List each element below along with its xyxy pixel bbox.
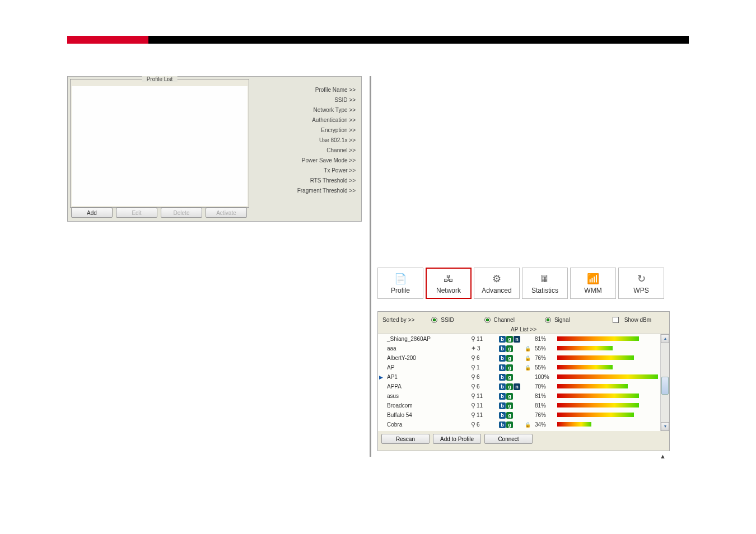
- radio-channel[interactable]: [484, 317, 491, 323]
- ap-ssid: AP1: [387, 374, 471, 380]
- sort-channel-label: Channel: [494, 317, 515, 323]
- signal-bar: [557, 365, 658, 371]
- edit-button[interactable]: Edit: [116, 208, 157, 218]
- ap-signal: 76%: [535, 412, 557, 418]
- top-bar: [67, 36, 689, 44]
- profile-info: Profile Name >> SSID >> Network Type >> …: [254, 87, 359, 198]
- mode-g-icon: g: [506, 402, 513, 409]
- mode-b-icon: b: [499, 393, 506, 400]
- label-rts: RTS Threshold >>: [254, 177, 359, 184]
- tab-wps[interactable]: ↻ WPS: [618, 268, 664, 299]
- scrollbar[interactable]: ▴ ▾: [660, 334, 669, 431]
- ap-row[interactable]: AlbertY-200⚲6bg🔒76%: [378, 353, 669, 363]
- mode-b-icon: b: [499, 355, 506, 362]
- connect-button[interactable]: Connect: [484, 434, 533, 444]
- ap-row[interactable]: AP1⚲6bg100%: [378, 372, 669, 382]
- tabs: 📄 Profile 🖧 Network ⚙ Advanced 🖩 Statist…: [377, 268, 669, 301]
- mode-g-icon: g: [506, 374, 513, 381]
- label-auth: Authentication >>: [254, 117, 359, 123]
- ap-modes: bg: [499, 393, 525, 400]
- mode-g-icon: g: [506, 355, 513, 362]
- tab-label: WMM: [584, 287, 601, 294]
- tab-label: Statistics: [531, 287, 558, 294]
- ap-row[interactable]: Broadcom⚲11bg81%: [378, 401, 669, 410]
- mode-b-icon: b: [499, 402, 506, 409]
- ap-channel: ⚲1: [471, 364, 499, 371]
- ap-ssid: AlbertY-200: [387, 355, 471, 361]
- ap-ssid: asus: [387, 393, 471, 399]
- ap-modes: bg: [499, 412, 525, 419]
- gear-icon: ⚙: [489, 272, 505, 285]
- tab-profile[interactable]: 📄 Profile: [377, 268, 423, 299]
- label-ssid: SSID >>: [254, 97, 359, 103]
- ap-row[interactable]: APPA⚲6bgn70%: [378, 382, 669, 391]
- label-psm: Power Save Mode >>: [254, 157, 359, 163]
- aplist-label: AP List >>: [378, 326, 669, 332]
- mode-b-icon: b: [499, 374, 506, 381]
- add-to-profile-button[interactable]: Add to Profile: [433, 434, 481, 444]
- rescan-button[interactable]: Rescan: [381, 434, 430, 444]
- mode-n-icon: n: [514, 383, 520, 390]
- ap-channel: ⚲6: [471, 373, 499, 381]
- signal-bar: [557, 346, 658, 352]
- mode-g-icon: g: [506, 412, 513, 419]
- ap-row[interactable]: aaa✦3bg🔒55%: [378, 344, 669, 353]
- signal-bar: [557, 413, 658, 418]
- ap-modes: bg: [499, 345, 525, 352]
- ap-channel: ⚲6: [471, 354, 499, 362]
- scroll-up[interactable]: ▴: [661, 334, 669, 343]
- ap-signal: 81%: [535, 336, 557, 342]
- mode-b-icon: b: [499, 412, 506, 419]
- signal-bar: [557, 422, 658, 428]
- signal-icon: ⚲: [471, 411, 475, 419]
- tab-network[interactable]: 🖧 Network: [426, 268, 472, 299]
- tab-wmm[interactable]: 📶 WMM: [570, 268, 616, 299]
- ap-row[interactable]: _Shiang_2860AP⚲11bgn81%: [378, 334, 669, 344]
- vertical-divider: [370, 76, 371, 457]
- ap-row[interactable]: AP⚲1bg🔒55%: [378, 363, 669, 372]
- sort-bar: Sorted by >> SSID Channel Signal Show dB…: [378, 312, 669, 327]
- tab-statistics[interactable]: 🖩 Statistics: [522, 268, 568, 299]
- ap-row[interactable]: Buffalo 54⚲11bg76%: [378, 410, 669, 420]
- radio-ssid[interactable]: [431, 317, 437, 323]
- expand-icon[interactable]: ▲: [643, 453, 666, 458]
- mode-g-icon: g: [506, 364, 513, 371]
- lock-icon: 🔒: [525, 365, 535, 371]
- scroll-thumb[interactable]: [661, 377, 669, 395]
- lock-icon: 🔒: [525, 355, 535, 361]
- ap-signal: 81%: [535, 393, 557, 399]
- ap-modes: bg: [499, 364, 525, 371]
- signal-icon: ⚲: [471, 364, 475, 371]
- ap-channel: ⚲11: [471, 335, 499, 343]
- ap-ssid: Buffalo 54: [387, 412, 471, 418]
- ap-channel: ⚲11: [471, 392, 499, 400]
- mode-g-icon: g: [506, 336, 513, 343]
- mode-g-icon: g: [506, 383, 513, 390]
- mode-b-icon: b: [499, 336, 506, 343]
- signal-bar: [557, 374, 658, 380]
- label-frag: Fragment Threshold >>: [254, 188, 359, 194]
- profile-list[interactable]: [72, 86, 248, 206]
- ap-ssid: aaa: [387, 345, 471, 352]
- mode-g-icon: g: [506, 421, 513, 428]
- delete-button[interactable]: Delete: [161, 208, 202, 218]
- ap-row[interactable]: Cobra⚲6bg🔒34%: [378, 420, 669, 429]
- add-button[interactable]: Add: [71, 208, 113, 218]
- sort-ssid-label: SSID: [441, 317, 454, 323]
- scroll-down[interactable]: ▾: [661, 422, 669, 431]
- signal-icon: ⚲: [471, 392, 475, 400]
- show-dbm-checkbox[interactable]: [613, 317, 619, 323]
- ap-signal: 81%: [535, 402, 557, 409]
- signal-icon: ⚲: [471, 335, 475, 343]
- ap-row[interactable]: asus⚲11bg81%: [378, 391, 669, 401]
- radio-signal[interactable]: [545, 317, 551, 323]
- mode-b-icon: b: [499, 364, 506, 371]
- tab-advanced[interactable]: ⚙ Advanced: [474, 268, 520, 299]
- ap-modes: bgn: [499, 383, 525, 390]
- profile-panel: Profile List Profile Name >> SSID >> Net…: [67, 76, 362, 222]
- ap-ssid: AP: [387, 364, 471, 371]
- network-icon: 🖧: [441, 272, 456, 285]
- activate-button[interactable]: Activate: [206, 208, 247, 218]
- mode-b-icon: b: [499, 345, 506, 352]
- signal-icon: ⚲: [471, 421, 475, 428]
